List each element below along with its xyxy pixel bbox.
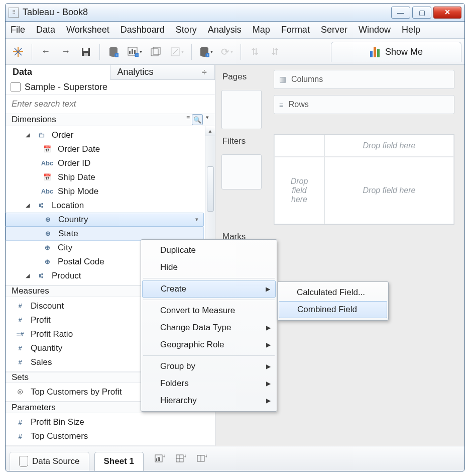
show-me-button[interactable]: Show Me	[331, 42, 461, 62]
chevron-down-icon[interactable]: ▾	[195, 216, 198, 223]
save-button[interactable]	[77, 43, 94, 60]
menu-folders[interactable]: Folders▶	[142, 375, 276, 392]
menu-dashboard[interactable]: Dashboard	[121, 25, 165, 35]
search-input[interactable]	[6, 95, 215, 114]
corner-cell	[274, 135, 324, 157]
back-button[interactable]: ←	[37, 43, 54, 60]
columns-shelf[interactable]: ▥ Columns	[274, 70, 454, 89]
new-datasource-button[interactable]: +	[105, 43, 122, 60]
scroll-thumb[interactable]	[207, 166, 214, 212]
data-source-tab[interactable]: Data Source	[10, 452, 89, 471]
folder-order[interactable]: ◢ 🗀 Order	[6, 128, 204, 142]
menu-convert-to-measure[interactable]: Convert to Measure	[142, 302, 276, 319]
menu-worksheet[interactable]: Worksheet	[66, 25, 109, 35]
columns-drop[interactable]: Drop field here	[324, 135, 454, 157]
datasource-row[interactable]: Sample - Superstore	[6, 80, 215, 95]
chevron-down-icon[interactable]: ▾	[206, 114, 209, 125]
tableau-logo-icon[interactable]	[10, 43, 27, 60]
new-story-mini[interactable]: +	[195, 452, 209, 466]
duplicate-sheet-button[interactable]	[148, 43, 165, 60]
menu-map[interactable]: Map	[253, 25, 270, 35]
worksheet-icon: +	[128, 47, 139, 57]
swap-button[interactable]: ⇅	[246, 43, 263, 60]
menu-story[interactable]: Story	[176, 25, 197, 35]
field-ship-mode[interactable]: Abc Ship Mode	[6, 184, 204, 199]
menu-format[interactable]: Format	[281, 25, 310, 35]
sheet-tab[interactable]: Sheet 1	[94, 452, 144, 471]
new-worksheet-mini[interactable]: +	[153, 452, 167, 466]
data-source-label: Data Source	[32, 456, 80, 466]
scroll-up-icon[interactable]: ▲	[205, 126, 215, 136]
dimensions-label: Dimensions	[12, 115, 56, 125]
field-label: Country	[58, 215, 88, 225]
view-as-icon[interactable]: ≡	[186, 114, 189, 125]
menu-data[interactable]: Data	[36, 25, 55, 35]
menu-hide[interactable]: Hide	[142, 259, 276, 276]
menu-label: Combined Field	[297, 305, 357, 315]
menu-label: Calculated Field...	[297, 288, 365, 298]
menu-combined-field[interactable]: Combined Field	[279, 301, 387, 318]
menu-label: Folders	[160, 378, 189, 389]
connect-live-button[interactable]: + ▾	[197, 43, 215, 60]
svg-rect-18	[151, 49, 158, 56]
maximize-button[interactable]: ▢	[412, 7, 431, 19]
menu-server[interactable]: Server	[321, 25, 347, 35]
param-top-customers[interactable]: #Top Customers	[6, 429, 215, 443]
parameters-label: Parameters	[12, 403, 56, 413]
tab-data-label: Data	[13, 67, 32, 77]
drop-hint: Drop field here	[363, 186, 416, 195]
svg-text:+: +	[136, 53, 138, 57]
clear-icon	[170, 47, 180, 57]
new-worksheet-button[interactable]: + ▾	[125, 43, 145, 60]
filters-shelf[interactable]	[221, 154, 262, 189]
tab-analytics[interactable]: Analytics≑	[110, 65, 215, 79]
body-drop[interactable]: Drop field here	[324, 157, 454, 224]
menu-window[interactable]: Window	[359, 25, 391, 35]
menu-change-data-type[interactable]: Change Data Type▶	[142, 319, 276, 336]
refresh-button[interactable]: ⟳ ▾	[218, 43, 236, 60]
svg-text:+: +	[205, 454, 207, 459]
window-title: Tableau - Book8	[23, 7, 391, 18]
field-order-date[interactable]: 📅 Order Date	[6, 142, 204, 156]
field-country[interactable]: ⊕ Country ▾	[6, 213, 204, 227]
find-field-button[interactable]: 🔍	[192, 114, 203, 125]
filters-label: Filters	[221, 134, 267, 148]
sort-asc-button[interactable]: ⇵	[266, 43, 283, 60]
param-profit-bin-size[interactable]: #Profit Bin Size	[6, 415, 215, 429]
date-icon: 📅	[41, 145, 54, 153]
field-state[interactable]: ⊕ State	[6, 227, 204, 241]
tab-data[interactable]: Data	[6, 65, 110, 80]
create-submenu: Calculated Field... Combined Field	[277, 281, 389, 321]
menu-create[interactable]: Create▶	[142, 280, 276, 298]
menu-file[interactable]: File	[11, 25, 25, 35]
bars-icon	[370, 47, 380, 57]
menu-calculated-field[interactable]: Calculated Field...	[279, 284, 387, 301]
rows-shelf[interactable]: ≡ Rows	[274, 95, 454, 114]
view-canvas[interactable]: Drop field here Drop field here Drop fie…	[274, 134, 454, 225]
columns-icon: ▥	[279, 75, 286, 84]
number-icon: #	[14, 344, 27, 352]
close-button[interactable]: ×	[433, 7, 461, 19]
rows-drop[interactable]: Drop field here	[274, 157, 324, 224]
new-dashboard-mini[interactable]: +	[174, 452, 188, 466]
menu-hierarchy[interactable]: Hierarchy▶	[142, 392, 276, 409]
menu-help[interactable]: Help	[402, 25, 420, 35]
field-ship-date[interactable]: 📅 Ship Date	[6, 170, 204, 184]
menu-label: Convert to Measure	[160, 306, 235, 316]
menu-duplicate[interactable]: Duplicate	[142, 242, 276, 259]
number-icon: #	[14, 433, 27, 440]
caret-down-icon: ◢	[25, 272, 31, 279]
menu-group-by[interactable]: Group by▶	[142, 358, 276, 375]
forward-button[interactable]: →	[57, 43, 74, 60]
pages-shelf[interactable]	[221, 90, 262, 129]
globe-icon: ⊕	[41, 244, 54, 251]
caret-down-icon: ◢	[25, 132, 31, 138]
menu-analysis[interactable]: Analysis	[208, 25, 242, 35]
clear-sheet-button[interactable]: ▾	[168, 43, 186, 60]
field-label: City	[58, 243, 72, 253]
menu-geographic-role[interactable]: Geographic Role▶	[142, 336, 276, 353]
hierarchy-location[interactable]: ◢ ⑆ Location	[6, 199, 204, 213]
minimize-button[interactable]: —	[391, 7, 410, 19]
datasource-icon	[11, 82, 21, 91]
field-order-id[interactable]: Abc Order ID	[6, 156, 204, 170]
